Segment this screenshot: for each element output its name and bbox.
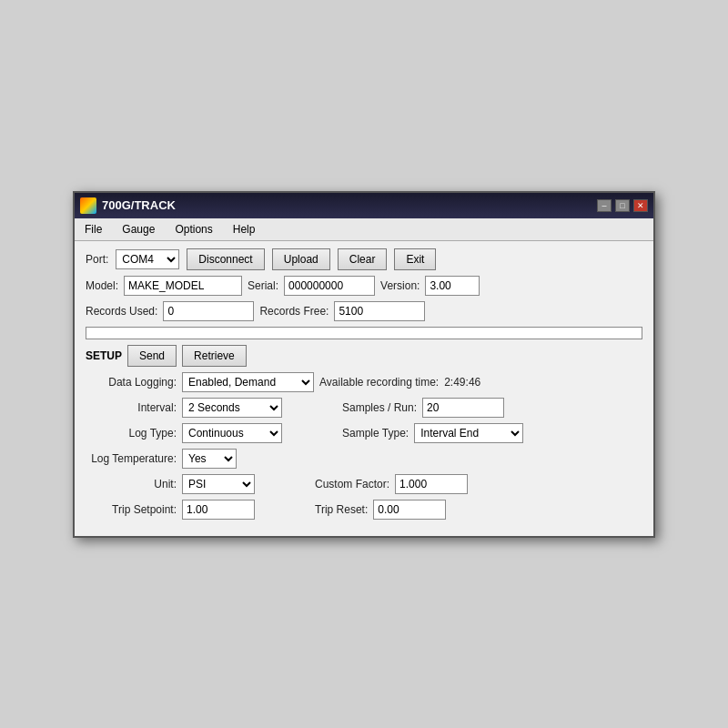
close-button[interactable]: ✕ [633, 199, 648, 212]
title-bar-controls: – □ ✕ [597, 199, 648, 212]
menu-file[interactable]: File [78, 220, 108, 238]
app-icon [80, 197, 96, 214]
model-input[interactable] [124, 276, 242, 296]
data-logging-select[interactable]: Enabled, Demand Enabled, Auto Disabled [182, 372, 314, 392]
available-time-value: 2:49:46 [444, 376, 480, 389]
clear-button[interactable]: Clear [338, 248, 388, 270]
version-label: Version: [380, 279, 420, 292]
trip-reset-label: Trip Reset: [315, 503, 368, 516]
interval-row: Interval: 1 Second 2 Seconds 5 Seconds 1… [86, 398, 642, 418]
log-temp-select[interactable]: Yes No [182, 449, 237, 469]
log-temp-label: Log Temperature: [86, 452, 177, 465]
log-type-select[interactable]: Continuous Single Shot [182, 423, 282, 443]
data-logging-row: Data Logging: Enabled, Demand Enabled, A… [86, 372, 642, 392]
serial-label: Serial: [248, 279, 278, 292]
records-free-label: Records Free: [259, 305, 329, 318]
records-used-label: Records Used: [86, 305, 157, 318]
interval-label: Interval: [86, 401, 177, 414]
version-input[interactable] [425, 276, 480, 296]
trip-setpoint-label: Trip Setpoint: [86, 503, 177, 516]
upload-button[interactable]: Upload [272, 248, 330, 270]
send-button[interactable]: Send [127, 345, 177, 367]
setup-label: SETUP [86, 349, 122, 362]
window-title: 700G/TRACK [102, 198, 176, 212]
sample-type-select[interactable]: Interval End Average Peak [414, 423, 523, 443]
port-row: Port: COM4 COM1 COM2 COM3 Disconnect Upl… [86, 248, 642, 270]
model-row: Model: Serial: Version: [86, 276, 642, 296]
menu-bar: File Gauge Options Help [75, 218, 653, 241]
setup-row: SETUP Send Retrieve [86, 345, 642, 367]
title-bar: 700G/TRACK – □ ✕ [75, 193, 653, 218]
available-time-label: Available recording time: [319, 376, 439, 389]
samples-run-input[interactable] [422, 398, 504, 418]
unit-select[interactable]: PSI BAR kPa inHg [182, 474, 255, 494]
model-label: Model: [86, 279, 118, 292]
main-window: 700G/TRACK – □ ✕ File Gauge Options Help… [73, 191, 655, 538]
title-bar-left: 700G/TRACK [80, 197, 176, 214]
custom-factor-input[interactable] [395, 474, 468, 494]
records-free-input[interactable] [334, 301, 425, 321]
unit-label: Unit: [86, 478, 177, 490]
records-used-input[interactable] [163, 301, 254, 321]
log-type-row: Log Type: Continuous Single Shot Sample … [86, 423, 642, 443]
trip-setpoint-input[interactable] [182, 500, 255, 520]
trip-reset-input[interactable] [373, 500, 446, 520]
records-row: Records Used: Records Free: [86, 301, 642, 321]
data-logging-label: Data Logging: [86, 376, 177, 389]
progress-bar-container [86, 327, 642, 339]
trip-setpoint-row: Trip Setpoint: Trip Reset: [86, 500, 642, 520]
log-type-label: Log Type: [86, 427, 177, 440]
interval-select[interactable]: 1 Second 2 Seconds 5 Seconds 10 Seconds … [182, 398, 282, 418]
maximize-button[interactable]: □ [615, 199, 630, 212]
menu-gauge[interactable]: Gauge [116, 220, 161, 238]
port-select[interactable]: COM4 COM1 COM2 COM3 [116, 249, 179, 269]
content-area: Port: COM4 COM1 COM2 COM3 Disconnect Upl… [75, 241, 653, 536]
custom-factor-label: Custom Factor: [315, 478, 389, 490]
unit-row: Unit: PSI BAR kPa inHg Custom Factor: [86, 474, 642, 494]
retrieve-button[interactable]: Retrieve [182, 345, 247, 367]
exit-button[interactable]: Exit [394, 248, 436, 270]
minimize-button[interactable]: – [597, 199, 612, 212]
disconnect-button[interactable]: Disconnect [187, 248, 264, 270]
samples-run-label: Samples / Run: [342, 401, 417, 414]
serial-input[interactable] [284, 276, 375, 296]
menu-options[interactable]: Options [168, 220, 218, 238]
sample-type-label: Sample Type: [342, 427, 409, 440]
port-label: Port: [86, 253, 108, 266]
log-temp-row: Log Temperature: Yes No [86, 449, 642, 469]
menu-help[interactable]: Help [227, 220, 262, 238]
